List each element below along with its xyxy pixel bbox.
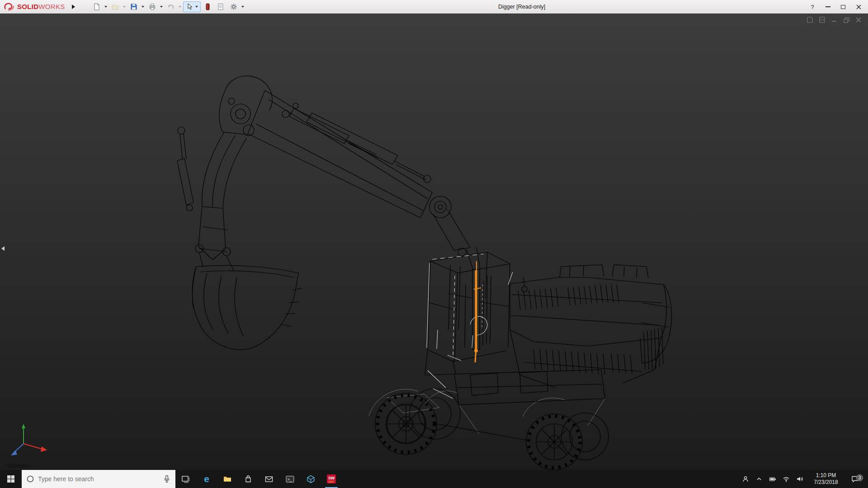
battery-tray-button[interactable] xyxy=(766,470,779,488)
taskbar-app-command-prompt[interactable]: >_ xyxy=(279,470,300,488)
undo-arrow-icon xyxy=(166,2,176,12)
file-properties-button[interactable] xyxy=(214,1,227,12)
select-tool-button[interactable] xyxy=(183,1,201,12)
taskbar-app-task-view[interactable] xyxy=(175,470,196,488)
window-controls: ? xyxy=(805,0,866,14)
document-window-controls xyxy=(806,16,863,23)
taskbar-search[interactable] xyxy=(22,470,175,488)
new-document-dropdown[interactable] xyxy=(104,2,108,12)
options-button[interactable] xyxy=(227,1,240,12)
file-explorer-icon xyxy=(223,474,232,483)
options-gear-icon xyxy=(229,2,239,12)
maximize-icon xyxy=(841,5,845,9)
wireframe-light-edges xyxy=(369,389,605,434)
solidworks-app-icon: SW 2017 xyxy=(326,474,336,484)
windows-taskbar: e >_ SW 2017 xyxy=(0,470,868,488)
triangle-right-icon xyxy=(72,5,75,9)
printer-icon xyxy=(147,2,157,12)
ds-swirl-icon xyxy=(4,2,15,11)
speaker-icon xyxy=(796,475,803,483)
appearance-swatch-icon xyxy=(203,2,212,12)
svg-text:>_: >_ xyxy=(287,477,292,481)
feature-panel-expand-tab[interactable] xyxy=(0,242,5,255)
close-button[interactable] xyxy=(851,0,866,14)
clock-date: 7/23/2018 xyxy=(814,479,838,486)
cortana-circle-icon xyxy=(26,475,34,483)
new-document-button[interactable] xyxy=(90,1,103,12)
wireframe-highlight-edges xyxy=(427,254,513,399)
start-button[interactable] xyxy=(0,470,22,488)
open-document-dropdown[interactable] xyxy=(122,2,127,12)
menu-expand-arrow[interactable] xyxy=(70,2,78,12)
store-bag-icon xyxy=(244,474,253,483)
new-document-icon xyxy=(92,2,102,12)
select-tool-dropdown[interactable] xyxy=(194,2,199,12)
taskbar-app-store[interactable] xyxy=(238,470,259,488)
open-folder-icon xyxy=(110,2,120,12)
svg-text:2017: 2017 xyxy=(328,480,335,483)
minimize-button[interactable] xyxy=(820,0,835,14)
edge-browser-icon: e xyxy=(201,474,212,484)
undo-button[interactable] xyxy=(165,1,177,12)
hidden-icons-button[interactable] xyxy=(752,470,766,488)
triad-x-axis xyxy=(41,446,47,452)
windows-logo-icon xyxy=(7,475,15,483)
graphics-area[interactable]: *Dimetric xyxy=(0,14,868,470)
triangle-left-icon xyxy=(1,246,5,251)
3d-builder-cube-icon xyxy=(306,474,316,484)
logo-text-bold: SOLID xyxy=(17,3,38,10)
orientation-triad[interactable] xyxy=(6,421,50,458)
minimize-icon xyxy=(826,6,830,7)
titlebar: SOLIDWORKS xyxy=(0,0,868,14)
triad-y-axis xyxy=(22,424,25,428)
help-button[interactable]: ? xyxy=(805,0,820,14)
file-properties-icon xyxy=(216,2,226,12)
svg-text:e: e xyxy=(204,474,209,484)
options-dropdown[interactable] xyxy=(241,2,245,12)
wifi-icon xyxy=(783,475,790,483)
taskbar-clock[interactable]: 1:10 PM 7/23/2018 xyxy=(807,472,845,486)
logo-text-light: WORKS xyxy=(38,3,65,10)
print-button[interactable] xyxy=(146,1,159,12)
save-dropdown[interactable] xyxy=(141,2,146,12)
battery-icon xyxy=(769,475,777,483)
select-cursor-icon xyxy=(184,2,194,12)
new-window-icon[interactable] xyxy=(806,16,814,23)
undo-dropdown[interactable] xyxy=(178,2,183,12)
chevron-up-icon xyxy=(755,475,763,483)
wireframe-edges xyxy=(177,76,672,470)
wireframe-model xyxy=(0,14,868,470)
svg-text:SW: SW xyxy=(328,476,335,480)
clock-time: 1:10 PM xyxy=(816,472,836,479)
save-floppy-icon xyxy=(129,2,139,12)
close-icon xyxy=(856,5,861,9)
people-icon xyxy=(742,475,749,483)
taskbar-app-edge[interactable]: e xyxy=(196,470,217,488)
open-document-button[interactable] xyxy=(109,1,122,12)
network-tray-button[interactable] xyxy=(779,470,793,488)
main-toolbar xyxy=(90,1,245,12)
maximize-button[interactable] xyxy=(835,0,851,14)
taskbar-app-mail[interactable] xyxy=(259,470,279,488)
microphone-icon[interactable] xyxy=(163,475,171,483)
taskbar-app-3d-builder[interactable] xyxy=(300,470,321,488)
action-center-button[interactable]: 3 xyxy=(845,475,864,483)
doc-minimize-button[interactable] xyxy=(830,16,838,23)
save-button[interactable] xyxy=(127,1,140,12)
taskbar-app-file-explorer[interactable] xyxy=(217,470,238,488)
notification-badge: 3 xyxy=(856,474,863,481)
edit-appearance-button[interactable] xyxy=(201,1,214,12)
people-tray-button[interactable] xyxy=(739,470,752,488)
mail-envelope-icon xyxy=(264,474,274,483)
doc-close-button[interactable] xyxy=(854,16,863,23)
taskbar-app-solidworks[interactable]: SW 2017 xyxy=(321,470,342,488)
doc-restore-button[interactable] xyxy=(842,16,850,23)
task-view-icon xyxy=(181,474,190,483)
system-tray: 1:10 PM 7/23/2018 3 xyxy=(739,470,868,488)
split-window-icon[interactable] xyxy=(818,16,826,23)
volume-tray-button[interactable] xyxy=(793,470,807,488)
view-orientation-label: *Dimetric xyxy=(6,462,30,469)
search-input[interactable] xyxy=(38,475,159,483)
command-prompt-icon: >_ xyxy=(285,474,295,484)
print-dropdown[interactable] xyxy=(159,2,164,12)
